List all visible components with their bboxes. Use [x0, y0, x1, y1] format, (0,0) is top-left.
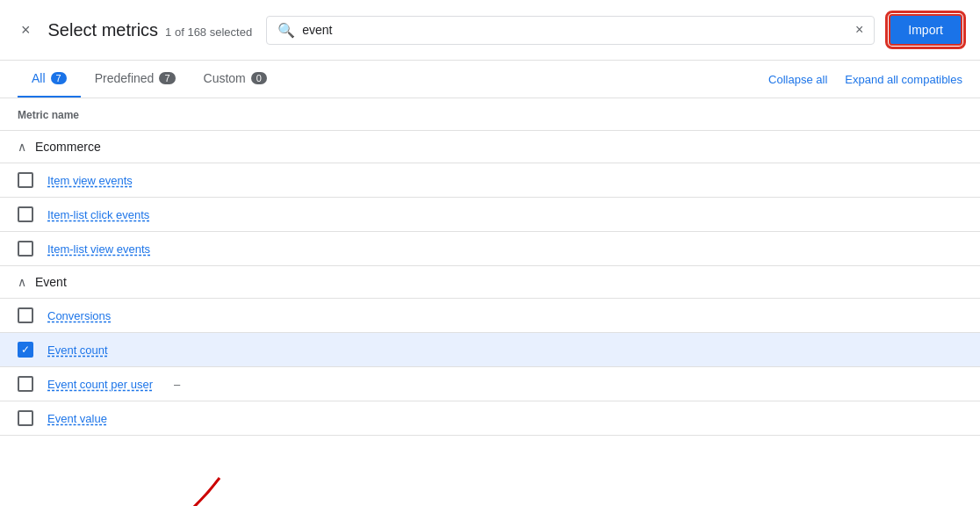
metric-label: Item-list click events: [47, 208, 149, 221]
table-row[interactable]: ✓ Event count: [0, 333, 980, 367]
tab-all-label: All: [32, 71, 46, 85]
chevron-up-icon: ∧: [18, 140, 26, 154]
metric-label: Item view events: [47, 174, 133, 187]
table-row[interactable]: Item-list click events: [0, 198, 980, 232]
tab-predefined-label: Predefined: [95, 71, 155, 85]
tab-predefined[interactable]: Predefined 7: [81, 61, 190, 98]
dialog-title: Select metrics: [48, 20, 159, 40]
tab-all-badge: 7: [51, 72, 67, 84]
metric-checkbox-event-value[interactable]: [18, 410, 33, 426]
table-row[interactable]: Item view events: [0, 163, 980, 198]
search-icon: 🔍: [277, 22, 295, 39]
metric-label: Item-list view events: [47, 242, 150, 256]
metric-name-column-header: Metric name: [18, 109, 79, 121]
tab-custom-badge: 0: [251, 72, 267, 84]
tab-custom[interactable]: Custom 0: [190, 61, 281, 98]
metric-dash: –: [174, 378, 180, 391]
metric-checkbox-conversions[interactable]: [18, 307, 33, 323]
group-event-header[interactable]: ∧ Event: [0, 266, 980, 299]
metric-label: Conversions: [47, 309, 111, 322]
metric-label: Event count per user: [47, 378, 153, 391]
chevron-up-icon: ∧: [18, 275, 26, 289]
tabs-row: All 7 Predefined 7 Custom 0 Collapse all…: [0, 61, 980, 98]
tab-all[interactable]: All 7: [18, 61, 81, 98]
tab-custom-label: Custom: [204, 71, 246, 85]
expand-all-link[interactable]: Expand all compatibles: [845, 73, 962, 86]
metric-label: Event count: [47, 343, 108, 357]
table-row[interactable]: Conversions: [0, 299, 980, 333]
group-event-name: Event: [35, 275, 67, 289]
close-icon: ×: [21, 21, 31, 40]
table-row[interactable]: Item-list view events: [0, 232, 980, 266]
selection-count: 1 of 168 selected: [165, 25, 252, 39]
metric-checkbox-item-list-view-events[interactable]: [18, 241, 33, 257]
group-ecommerce-header[interactable]: ∧ Ecommerce: [0, 131, 980, 163]
import-button[interactable]: Import: [889, 14, 962, 46]
metrics-list: ∧ Ecommerce Item view events Item-list c…: [0, 131, 980, 506]
tab-predefined-badge: 7: [159, 72, 175, 84]
metric-checkbox-item-list-click-events[interactable]: [18, 206, 33, 222]
table-header: Metric name: [0, 98, 980, 131]
search-bar[interactable]: 🔍 ×: [266, 16, 875, 45]
search-input[interactable]: [302, 23, 848, 37]
metric-checkbox-event-count-per-user[interactable]: [18, 376, 33, 392]
close-button[interactable]: ×: [18, 18, 34, 43]
metric-label: Event value: [47, 412, 107, 425]
arrow-annotation: [105, 469, 246, 506]
clear-search-icon[interactable]: ×: [855, 22, 863, 38]
table-row[interactable]: Event value: [0, 401, 980, 436]
metric-checkbox-event-count[interactable]: ✓: [18, 342, 33, 358]
group-ecommerce-name: Ecommerce: [35, 140, 101, 154]
collapse-all-link[interactable]: Collapse all: [768, 73, 827, 86]
table-row[interactable]: Event count per user –: [0, 367, 980, 401]
metric-checkbox-item-view-events[interactable]: [18, 172, 33, 188]
checkmark-icon: ✓: [21, 343, 30, 356]
